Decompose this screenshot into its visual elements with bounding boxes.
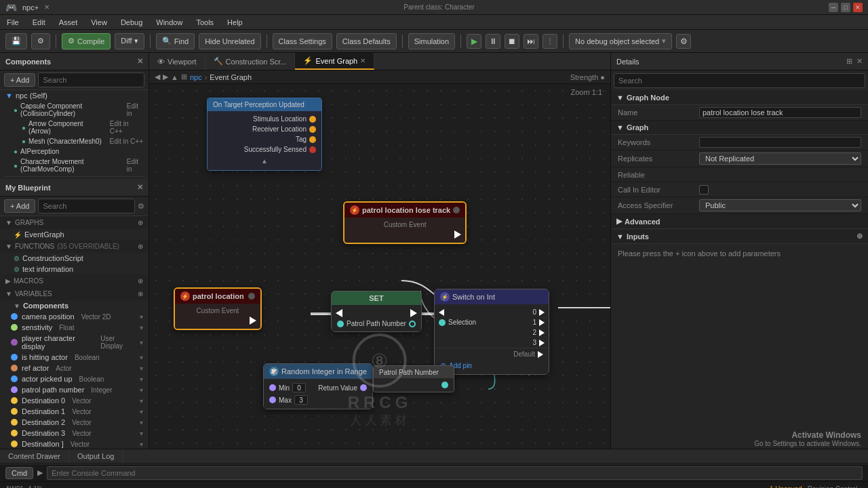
blueprint-settings-icon[interactable]: ⚙ [138,202,144,211]
node-perception[interactable]: On Target Perception Updated Stimulus Lo… [207,98,322,171]
node-patrol-path-number[interactable]: Patrol Path Number [373,365,454,392]
comp-arrow[interactable]: ● Arrow Component (Arrow) Edit in C++ [0,119,149,136]
details-view-toggle[interactable]: ⊞ [846,57,852,66]
breadcrumb-nav-up[interactable]: ▲ [171,73,178,81]
title-close[interactable]: ✕ [44,3,50,11]
var-dest0[interactable]: Destination 0 Vector ▾ [0,395,149,406]
close-button[interactable]: ✕ [853,3,863,12]
node-patrol-lose-close[interactable] [453,207,460,214]
add-graph-button[interactable]: ⊕ [138,219,143,226]
minimize-button[interactable]: ─ [829,3,838,12]
comp-capsule[interactable]: ● Capsule Component (CollisionCylinder) … [0,101,149,119]
comp-movement[interactable]: ● Character Movement (CharMoveComp) Edit… [0,157,149,174]
menu-asset[interactable]: Asset [56,17,81,28]
breadcrumb-nav-back[interactable]: ◀ [155,73,160,81]
var-ref-actor[interactable]: ref actor Actor ▾ [0,363,149,373]
details-call-checkbox[interactable] [699,185,709,195]
tab-viewport[interactable]: 👁 Viewport [149,53,205,70]
stop-button[interactable]: ⏹ [505,34,519,49]
status-revision[interactable]: Revision Control ▾ [808,485,863,488]
debug-selector[interactable]: No debug object selected ▾ [569,33,672,49]
simulation-button[interactable]: Simulation [408,33,455,49]
add-input-button[interactable]: ⊕ [856,232,863,241]
var-destx[interactable]: DestinatIon ] Vector ▾ [0,439,149,449]
comp-ai[interactable]: ● AIPerception [0,146,149,157]
tab-content-drawer[interactable]: Content Drawer [0,449,69,463]
play-button[interactable]: ▶ [467,34,481,49]
details-graph-node-section[interactable]: ▼ Graph Node [611,91,868,105]
menu-view[interactable]: View [88,17,110,28]
cmd-button[interactable]: Cmd [5,467,33,479]
hide-unrelated-button[interactable]: Hide Unrelated [199,33,260,49]
find-button[interactable]: 🔍 Find [156,33,195,49]
save-button[interactable]: 💾 [5,33,27,49]
var-dest2[interactable]: Destination 2 Vector ▾ [0,417,149,428]
menu-file[interactable]: File [4,17,22,28]
components-close[interactable]: ✕ [137,57,143,66]
blueprint-search[interactable] [38,199,135,214]
breadcrumb-grid[interactable]: ⊞ [181,73,187,81]
functions-section[interactable]: ▼ FUNCTIONS (35 OVERRIDABLE) ⊕ [0,240,149,253]
var-senstivity[interactable]: senstivity Float ▾ [0,322,149,333]
graph-canvas[interactable]: Zoom 1:1 [149,84,610,449]
debug-options-button[interactable]: ⚙ [676,34,691,49]
node-random-integer[interactable]: 🎲 Random Integer in Range Min 0 Return V… [263,363,373,409]
save-btn2[interactable]: ⚙ [31,33,50,49]
details-close[interactable]: ✕ [856,57,863,66]
node-switch-on-int[interactable]: ⚡ Switch on Int 0 [434,289,549,375]
var-player-char-display[interactable]: player character display User Display ▾ [0,333,149,352]
node-patrol-loc-close[interactable] [248,293,255,300]
var-camera-position[interactable]: camera position Vector 2D ▾ [0,311,149,322]
var-actor-picked[interactable]: actor picked up Boolean ▾ [0,373,149,384]
tab-output-log[interactable]: Output Log [69,449,123,463]
graph-event-graph[interactable]: ⚡ EventGraph [0,229,149,240]
details-access-select[interactable]: Public Protected Private [699,199,861,211]
var-is-hitting[interactable]: is hitting actor Boolean ▾ [0,352,149,363]
menu-help[interactable]: Help [224,17,245,28]
details-graph-section[interactable]: ▼ Graph [611,121,868,135]
menu-edit[interactable]: Edit [30,17,48,28]
var-dest3[interactable]: Destination 3 Vector ▾ [0,428,149,439]
node-set[interactable]: SET Patrol Path Number [331,291,422,332]
collapse-arrow[interactable]: ▲ [208,155,321,167]
maximize-button[interactable]: □ [841,3,850,12]
comp-npc-self[interactable]: ▼ npc (Self) [0,90,149,101]
comp-mesh[interactable]: ● Mesh (CharacterMesh0) Edit in C++ [0,136,149,146]
console-input[interactable] [47,466,863,480]
add-component-button[interactable]: + Add [4,73,35,87]
details-advanced-section[interactable]: ▶ Advanced [611,214,868,229]
my-blueprint-close[interactable]: ✕ [137,183,143,192]
add-function-button[interactable]: ⊕ [138,243,143,250]
menu-tools[interactable]: Tools [193,17,216,28]
details-inputs-section[interactable]: ▼ Inputs ⊕ [611,229,868,244]
add-variable-button[interactable]: ⊕ [138,290,143,298]
min-value[interactable]: 0 [292,383,306,392]
details-keywords-input[interactable] [699,137,861,148]
macros-section[interactable]: ▶ MACROS ⊕ [0,274,149,287]
var-components-section[interactable]: ▼ Components [0,300,149,311]
pause-button[interactable]: ⏸ [486,34,500,49]
var-dest1[interactable]: Destination 1 Vector ▾ [0,406,149,417]
node-patrol-lose-track[interactable]: ⚡ patrol location lose track Custom Even… [343,201,467,244]
add-macro-button[interactable]: ⊕ [138,277,143,285]
options-button[interactable]: ⋮ [542,34,557,49]
fn-text-info[interactable]: ⚙ text information [0,264,149,274]
variables-section[interactable]: ▼ VARIABLES ⊕ [0,287,149,300]
max-value[interactable]: 3 [294,395,308,405]
details-search-input[interactable] [614,73,865,88]
menu-debug[interactable]: Debug [118,17,145,28]
diff-button[interactable]: Diff ▾ [115,33,144,49]
tab-construction[interactable]: 🔨 Construction Scr... [205,53,296,70]
details-replicates-select[interactable]: Not Replicated Replicated [699,152,861,165]
class-defaults-button[interactable]: Class Defaults [336,33,397,49]
breadcrumb-nav-fwd[interactable]: ▶ [163,73,168,81]
details-name-input[interactable] [699,107,861,118]
add-blueprint-button[interactable]: + Add [4,199,35,213]
compile-button[interactable]: ⚙ Compile [62,33,111,49]
tab-event-graph[interactable]: ⚡ Event Graph ✕ [295,53,374,70]
close-event-graph[interactable]: ✕ [360,57,366,64]
components-search[interactable] [38,73,144,87]
fn-construction[interactable]: ⚙ ConstructionScript [0,253,149,264]
breadcrumb-root[interactable]: npc [190,73,202,81]
menu-window[interactable]: Window [153,17,185,28]
